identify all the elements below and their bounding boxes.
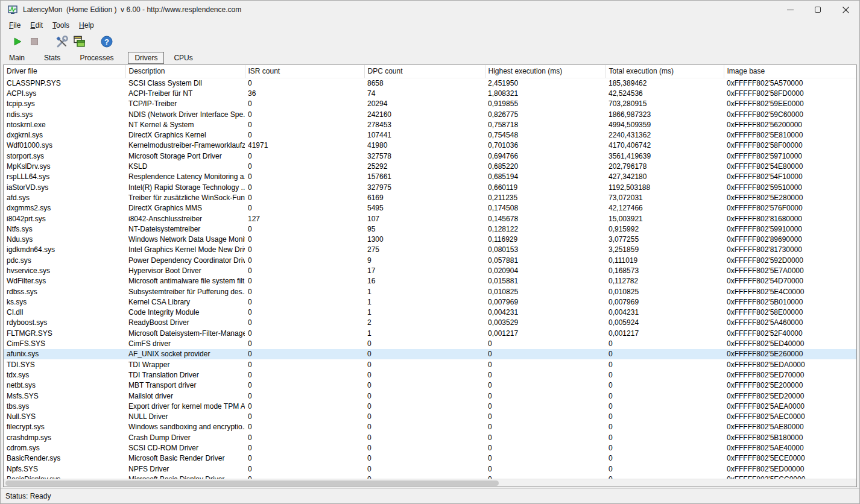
- table-row-ndis.sys[interactable]: ndis.sysNDIS (Network Driver Interface S…: [4, 109, 857, 119]
- table-cell: 0: [245, 203, 364, 213]
- table-row-storport.sys[interactable]: storport.sysMicrosoft Storage Port Drive…: [4, 151, 857, 161]
- column-header-isr-count[interactable]: ISR count: [245, 65, 364, 78]
- table-cell: 0: [605, 464, 724, 474]
- table-cell: filecrypt.sys: [4, 422, 125, 432]
- table-row-ci.dll[interactable]: CI.dllCode Integrity Module010,0042310,0…: [4, 307, 857, 318]
- processes-button[interactable]: [71, 34, 87, 49]
- title-bar[interactable]: LatencyMon (Home Edition ) v 6.00 - http…: [1, 1, 859, 19]
- table-cell: 0,001217: [605, 328, 724, 338]
- table-cell: tdx.sys: [4, 370, 125, 380]
- table-row-tdx.sys[interactable]: tdx.sysTDI Translation Driver00000xFFFFF…: [4, 370, 857, 380]
- table-cell: 95: [364, 224, 485, 234]
- table-cell: 278453: [364, 119, 485, 130]
- table-row-filecrypt.sys[interactable]: filecrypt.sysWindows sandboxing and encr…: [4, 422, 857, 432]
- table-cell: 0: [605, 349, 724, 359]
- table-cell: Kernelmodustreiber-Frameworklaufzeit: [125, 140, 245, 151]
- column-header-image-base[interactable]: Image base: [724, 65, 857, 78]
- table-row-dxgmms2.sys[interactable]: dxgmms2.sysDirectX Graphics MMS054950,17…: [4, 203, 857, 213]
- table-cell: 0: [364, 432, 485, 443]
- table-cell: 1192,503188: [605, 182, 724, 192]
- column-header-dpc-count[interactable]: DPC count: [364, 65, 485, 78]
- table-row-npfs.sys[interactable]: Npfs.SYSNPFS Driver00000xFFFFF802'5ED000…: [4, 464, 857, 474]
- table-row-acpi.sys[interactable]: ACPI.sysACPI-Treiber für NT36741,8083214…: [4, 88, 857, 98]
- table-cell: 0: [485, 401, 605, 411]
- horizontal-scrollbar[interactable]: [4, 479, 856, 487]
- table-row-afd.sys[interactable]: afd.sysTreiber für zusätzliche WinSock-F…: [4, 192, 857, 203]
- window-controls: [776, 1, 859, 19]
- table-row-ntfs.sys[interactable]: Ntfs.sysNT-Dateisystemtreiber0950,128122…: [4, 224, 857, 234]
- table-cell: crashdmp.sys: [4, 432, 125, 443]
- table-row-hvservice.sys[interactable]: hvservice.sysHypervisor Boot Driver0170,…: [4, 265, 857, 276]
- table-row-pdc.sys[interactable]: pdc.sysPower Dependency Coordinator Driv…: [4, 255, 857, 265]
- table-row-cimfs.sys[interactable]: CimFS.SYSCimFS driver00000xFFFFF802'5ED4…: [4, 338, 857, 348]
- table-row-msfs.sys[interactable]: Msfs.SYSMailslot driver00000xFFFFF802'5E…: [4, 391, 857, 401]
- tab-cpus[interactable]: CPUs: [169, 52, 202, 64]
- column-header-total-execution-ms[interactable]: Total execution (ms): [605, 65, 724, 78]
- table-row-rsplll64.sys[interactable]: rspLLL64.sysResplendence Latency Monitor…: [4, 172, 857, 182]
- table-cell: 0: [245, 297, 364, 307]
- table-header-row: Driver fileDescriptionISR countDPC count…: [4, 65, 857, 78]
- svg-text:?: ?: [104, 37, 109, 46]
- play-button[interactable]: [9, 34, 26, 49]
- tab-main[interactable]: Main: [4, 52, 34, 64]
- table-row-rdyboost.sys[interactable]: rdyboost.sysReadyBoost Driver020,0035290…: [4, 318, 857, 328]
- table-cell: 0xFFFFF802'54E80000: [724, 161, 857, 171]
- table-row-null.sys[interactable]: Null.SYSNULL Driver00000xFFFFF802'5AEC00…: [4, 412, 857, 422]
- table-row-ks.sys[interactable]: ks.sysKernel CSA Library010,0079690,0079…: [4, 297, 857, 307]
- column-header-driver-file[interactable]: Driver file: [4, 65, 125, 78]
- table-cell: 0xFFFFF802'54F10000: [724, 172, 857, 182]
- table-row-iastorvd.sys[interactable]: iaStorVD.sysIntel(R) Rapid Storage Techn…: [4, 182, 857, 192]
- table-cell: ndis.sys: [4, 109, 125, 119]
- options-button[interactable]: [54, 34, 71, 49]
- table-cell: 0,915992: [605, 224, 724, 234]
- tab-processes[interactable]: Processes: [75, 52, 123, 64]
- tab-stats[interactable]: Stats: [39, 52, 70, 64]
- table-row-dxgkrnl.sys[interactable]: dxgkrnl.sysDirectX Graphics Kernel010744…: [4, 130, 857, 140]
- menu-item-file[interactable]: File: [4, 20, 25, 31]
- table-cell: TDI.SYS: [4, 359, 125, 370]
- table-row-wdf01000.sys[interactable]: Wdf01000.sysKernelmodustreiber-Framework…: [4, 140, 857, 151]
- table-row-cdrom.sys[interactable]: cdrom.sysSCSI CD-ROM Driver00000xFFFFF80…: [4, 443, 857, 453]
- table-row-basicrender.sys[interactable]: BasicRender.sysMicrosoft Basic Render Dr…: [4, 453, 857, 464]
- table-cell: 0xFFFFF802'5AEA0000: [724, 401, 857, 411]
- menu-item-help[interactable]: Help: [74, 20, 99, 31]
- table-row-i8042prt.sys[interactable]: i8042prt.sysi8042-Anschlusstreiber127107…: [4, 213, 857, 224]
- help-button[interactable]: ?: [98, 34, 115, 49]
- table-row-igdkmdn64.sys[interactable]: igdkmdn64.sysIntel Graphics Kernel Mode …: [4, 245, 857, 255]
- table-cell: 0: [605, 391, 724, 401]
- table-row-tdi.sys[interactable]: TDI.SYSTDI Wrapper00000xFFFFF802'5EDA000…: [4, 359, 857, 370]
- table-row-fltmgr.sys[interactable]: FLTMGR.SYSMicrosoft Dateisystem-Filter-M…: [4, 328, 857, 338]
- menu-item-tools[interactable]: Tools: [48, 20, 74, 31]
- table-row-rdbss.sys[interactable]: rdbss.sysSubsystemtreiber für Pufferung …: [4, 286, 857, 297]
- table-cell: 0: [605, 432, 724, 443]
- maximize-button[interactable]: [804, 1, 832, 19]
- stop-button[interactable]: [26, 34, 43, 49]
- table-cell: 0xFFFFF802'59910000: [724, 224, 857, 234]
- toolbar: ?: [1, 32, 859, 51]
- menu-item-edit[interactable]: Edit: [25, 20, 48, 31]
- table-cell: 6169: [364, 192, 485, 203]
- table-row-classpnp.sys[interactable]: CLASSPNP.SYSSCSI Class System Dll086582,…: [4, 78, 857, 88]
- table-row-tcpip.sys[interactable]: tcpip.sysTCP/IP-Treiber0202940,919855703…: [4, 99, 857, 109]
- table-row-netbt.sys[interactable]: netbt.sysMBT Transport driver00000xFFFFF…: [4, 380, 857, 391]
- table-row-ndu.sys[interactable]: Ndu.sysWindows Network Data Usage Monit.…: [4, 234, 857, 244]
- processes-icon: [72, 35, 86, 48]
- minimize-button[interactable]: [776, 1, 804, 19]
- table-row-wdfilter.sys[interactable]: WdFilter.sysMicrosoft antimalware file s…: [4, 276, 857, 286]
- column-header-description[interactable]: Description: [125, 65, 245, 78]
- table-cell: 0,701036: [485, 140, 605, 151]
- table-cell: 3561,419639: [605, 151, 724, 161]
- table-row-tbs.sys[interactable]: tbs.sysExport driver for kernel mode TPM…: [4, 401, 857, 411]
- tab-drivers[interactable]: Drivers: [128, 52, 164, 64]
- table-row-mpksldrv.sys[interactable]: MpKslDrv.sysKSLD0252920,685220202,796178…: [4, 161, 857, 171]
- close-button[interactable]: [832, 1, 859, 19]
- table-row-crashdmp.sys[interactable]: crashdmp.sysCrash Dump Driver00000xFFFFF…: [4, 432, 857, 443]
- table-cell: 0: [245, 380, 364, 391]
- scrollbar-thumb[interactable]: [5, 480, 499, 486]
- table-cell: 1: [364, 307, 485, 318]
- column-header-highest-execution-ms[interactable]: Highest execution (ms): [485, 65, 605, 78]
- table-row-afunix.sys[interactable]: afunix.sysAF_UNIX socket provider00000xF…: [4, 349, 857, 359]
- table-row-ntoskrnl.exe[interactable]: ntoskrnl.exeNT Kernel & System02784530,7…: [4, 119, 857, 130]
- table-cell: 0,080153: [485, 245, 605, 255]
- table-cell: 0,174508: [485, 203, 605, 213]
